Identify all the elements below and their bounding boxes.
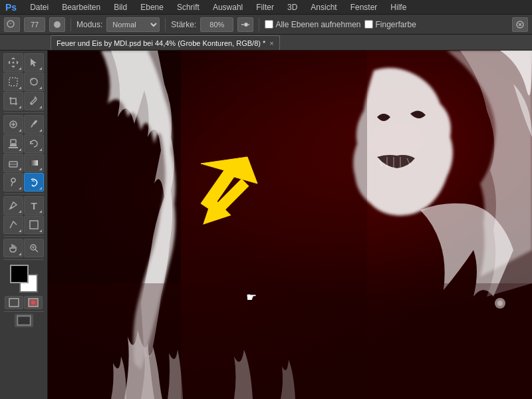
- tool-smudge[interactable]: [24, 173, 44, 192]
- tool-hand[interactable]: [3, 239, 23, 257]
- tool-row-1: [3, 53, 44, 72]
- tool-move[interactable]: [3, 53, 23, 72]
- tool-heal[interactable]: [3, 115, 23, 134]
- svg-rect-26: [19, 317, 29, 324]
- menu-bearbeiten[interactable]: Bearbeiten: [59, 1, 103, 13]
- tool-select[interactable]: [24, 53, 44, 72]
- svg-rect-22: [9, 299, 19, 307]
- menu-filter[interactable]: Filter: [253, 1, 277, 13]
- fingerfarbe-group: Fingerfarbe: [364, 20, 416, 29]
- yellow-arrow-2: [184, 167, 264, 240]
- menu-bild[interactable]: Bild: [111, 1, 130, 13]
- tool-row-screen: [15, 314, 33, 327]
- main-area: T: [0, 51, 532, 399]
- tool-row-6: [3, 154, 44, 172]
- tool-row-7: [3, 173, 44, 192]
- tool-text[interactable]: T: [24, 196, 44, 215]
- separator-2: [165, 18, 166, 31]
- fingerfarbe-checkbox[interactable]: [364, 20, 373, 29]
- color-swatch-area: [10, 265, 38, 293]
- tool-sep-2: [4, 194, 44, 194]
- tool-marquee[interactable]: [3, 72, 23, 91]
- tool-stamp[interactable]: [3, 134, 23, 153]
- svg-point-16: [11, 178, 15, 182]
- svg-point-7: [13, 62, 15, 64]
- tool-history-brush[interactable]: [24, 134, 44, 153]
- doc-tab-bar: Feuer und Eis by MDI.psd bei 44,4% (Grob…: [0, 35, 532, 51]
- menu-hilfe[interactable]: Hilfe: [388, 1, 409, 13]
- svg-marker-36: [194, 173, 255, 234]
- svg-rect-13: [9, 147, 18, 148]
- svg-rect-12: [10, 144, 17, 146]
- menu-auswahl[interactable]: Auswahl: [210, 1, 245, 13]
- tool-row-3: [3, 92, 44, 110]
- modus-select[interactable]: Normal: [106, 17, 160, 32]
- menu-datei[interactable]: Datei: [27, 1, 51, 13]
- menu-3d[interactable]: 3D: [285, 1, 300, 13]
- foreground-color-swatch[interactable]: [10, 265, 29, 283]
- svg-point-24: [31, 301, 35, 305]
- tool-eyedrop[interactable]: [24, 92, 44, 110]
- tool-shape[interactable]: [24, 215, 44, 234]
- tool-brush[interactable]: [24, 115, 44, 134]
- doc-tab-active[interactable]: Feuer und Eis by MDI.psd bei 44,4% (Grob…: [51, 35, 280, 50]
- menu-ansicht[interactable]: Ansicht: [308, 1, 339, 13]
- tool-sep-3: [4, 236, 44, 237]
- svg-point-1: [54, 21, 61, 28]
- doc-tab-title: Feuer und Eis by MDI.psd bei 44,4% (Grob…: [57, 39, 265, 47]
- menu-fenster[interactable]: Fenster: [348, 1, 380, 13]
- tool-lasso[interactable]: [24, 72, 44, 91]
- separator-3: [259, 18, 259, 31]
- tool-preset-btn[interactable]: [4, 17, 20, 32]
- options-extra-btn[interactable]: [512, 17, 528, 32]
- tool-crop[interactable]: [3, 92, 23, 110]
- tool-row-4: [3, 115, 44, 134]
- svg-rect-8: [9, 78, 17, 86]
- tool-row-2: [3, 72, 44, 91]
- alle-ebenen-checkbox[interactable]: [265, 20, 273, 29]
- brush-shape-btn[interactable]: [49, 17, 65, 32]
- svg-rect-17: [30, 221, 38, 229]
- tool-sep-1: [4, 112, 44, 113]
- tool-sep-5: [4, 311, 44, 312]
- tool-row-mode: [5, 296, 43, 309]
- svg-point-9: [31, 103, 33, 105]
- tool-sep-4: [4, 259, 44, 260]
- options-bar: 77 Modus: Normal Stärke: Alle Ebenen auf…: [0, 15, 532, 35]
- ps-logo: Ps: [5, 2, 17, 13]
- svg-line-19: [35, 249, 38, 252]
- tool-eraser[interactable]: [3, 154, 23, 172]
- tool-path-select[interactable]: [3, 215, 23, 234]
- tool-zoom[interactable]: [24, 239, 44, 257]
- tool-row-5: [3, 134, 44, 153]
- menu-ebene[interactable]: Ebene: [138, 1, 166, 13]
- canvas-image: [48, 51, 532, 399]
- tool-pen[interactable]: [3, 196, 23, 215]
- separator-1: [70, 18, 71, 31]
- screen-mode-btn[interactable]: [15, 314, 33, 327]
- menu-schrift[interactable]: Schrift: [174, 1, 202, 13]
- modus-label: Modus:: [76, 20, 102, 29]
- alle-ebenen-label: Alle Ebenen aufnehmen: [275, 20, 360, 29]
- quick-mask-btn[interactable]: [24, 296, 43, 309]
- staerke-slider-btn[interactable]: [237, 17, 253, 32]
- svg-rect-11: [11, 140, 16, 144]
- staerke-input[interactable]: [200, 17, 233, 32]
- toolbar: T: [0, 51, 48, 399]
- canvas-area: ☛: [48, 51, 532, 399]
- menu-bar: Ps Datei Bearbeiten Bild Ebene Schrift A…: [0, 0, 532, 15]
- doc-tab-close[interactable]: ×: [269, 39, 273, 47]
- tool-row-10: [3, 239, 44, 257]
- brush-size-display[interactable]: 77: [24, 17, 45, 32]
- tool-dodge[interactable]: [3, 173, 23, 192]
- alle-ebenen-group: Alle Ebenen aufnehmen: [265, 20, 360, 29]
- tool-row-9: [3, 215, 44, 234]
- standard-mode-btn[interactable]: [5, 296, 23, 309]
- svg-point-3: [244, 23, 248, 27]
- fingerfarbe-label: Fingerfarbe: [375, 20, 416, 29]
- svg-rect-15: [30, 160, 38, 166]
- tool-gradient[interactable]: [24, 154, 44, 172]
- tool-row-8: T: [3, 196, 44, 215]
- staerke-label: Stärke:: [171, 20, 196, 29]
